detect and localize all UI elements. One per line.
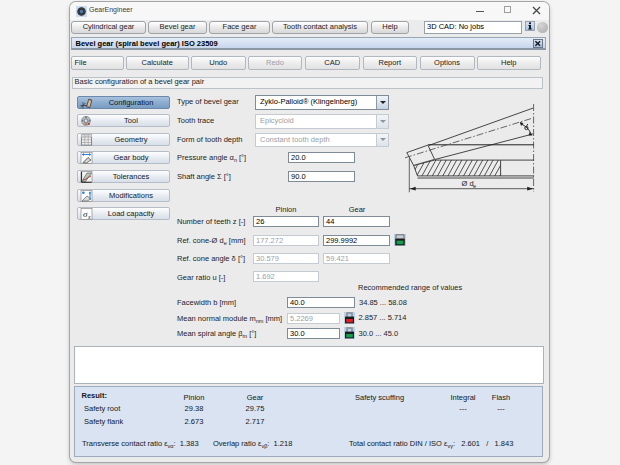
svg-text:e: e [473, 183, 476, 189]
svg-text:x: x [87, 214, 91, 220]
svg-text:Ø d: Ø d [462, 179, 474, 188]
